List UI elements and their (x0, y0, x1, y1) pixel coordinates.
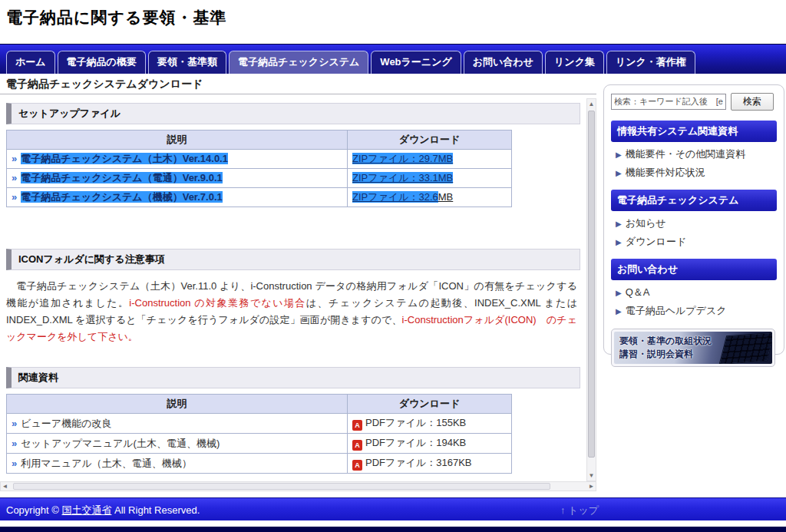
related-link-viewer[interactable]: ビューア機能の改良 (21, 418, 111, 429)
table-row: »ビューア機能の改良 APDFファイル：155KB (7, 414, 512, 434)
table-header-row: 説明 ダウンロード (7, 395, 512, 414)
table-row: »電子納品チェックシステム（電通）Ver.9.0.1 ZIPファイル：33.1M… (7, 169, 512, 188)
sidebar-links: ▶機能要件・その他関連資料 ▶機能要件対応状況 (616, 147, 777, 180)
sidebar-item-download[interactable]: ▶ダウンロード (616, 235, 777, 249)
tab-web-learning[interactable]: Webラーニング (371, 51, 461, 74)
arrow-right-icon: ▶ (616, 220, 622, 228)
chevron-icon: » (12, 418, 17, 429)
table-row: »利用マニュアル（土木、電通、機械） APDFファイル：3167KB (7, 454, 512, 474)
sidebar-item-taiou-joukyou[interactable]: ▶機能要件対応状況 (616, 166, 777, 180)
sidebar: 検索 情報共有システム関連資料 ▶機能要件・その他関連資料 ▶機能要件対応状況 … (603, 84, 784, 355)
sidebar-item-helpdesk[interactable]: ▶電子納品ヘルプデスク (616, 304, 777, 318)
column-header-description: 説明 (7, 395, 348, 414)
arrow-right-icon: ▶ (616, 307, 622, 316)
sidebar-item-kinou-youken[interactable]: ▶機能要件・その他関連資料 (616, 147, 777, 161)
pdf-download-link[interactable]: PDFファイル：194KB (365, 437, 466, 448)
setup-table: 説明 ダウンロード »電子納品チェックシステム（土木）Ver.14.0.1 ZI… (6, 130, 512, 207)
search-input[interactable] (611, 94, 726, 110)
sidebar-item-qa[interactable]: ▶Q＆A (616, 286, 777, 299)
related-link-setup-manual[interactable]: セットアップマニュアル(土木、電通、機械) (21, 438, 220, 449)
setup-link-doboku[interactable]: 電子納品チェックシステム（土木）Ver.14.0.1 (21, 153, 228, 164)
bottom-border-bar (0, 527, 786, 532)
zip-download-link[interactable]: ZIPファイル：29.7MB (352, 153, 453, 164)
pdf-icon: A (352, 460, 362, 471)
keyboard-image (719, 332, 772, 364)
banner-torikumi-link[interactable]: 要領・基準の取組状況 講習・説明会資料 (611, 329, 775, 367)
sidebar-link-label: お知らせ (626, 217, 666, 229)
sidebar-link-label: ダウンロード (626, 236, 687, 247)
sidebar-links: ▶お知らせ ▶ダウンロード (616, 216, 777, 249)
setup-link-dentsu[interactable]: 電子納品チェックシステム（電通）Ver.9.0.1 (21, 172, 223, 183)
banner-text: 要領・基準の取組状況 講習・説明会資料 (619, 335, 712, 362)
pdf-download-link[interactable]: PDFファイル：3167KB (365, 457, 471, 468)
page-title: 電子納品チェックシステムダウンロード (6, 78, 203, 91)
banner-line1: 要領・基準の取組状況 (619, 335, 712, 348)
sidebar-item-oshirase[interactable]: ▶お知らせ (616, 216, 777, 230)
table-header-row: 説明 ダウンロード (7, 131, 512, 150)
chevron-icon: » (12, 458, 17, 469)
tab-overview[interactable]: 電子納品の概要 (58, 51, 146, 74)
sidebar-link-label: 機能要件対応状況 (626, 167, 705, 178)
sidebar-header-joho-kyoyu: 情報共有システム関連資料 (611, 121, 777, 142)
page: 電子納品に関する要領・基準 ホーム 電子納品の概要 要領・基準類 電子納品チェッ… (0, 0, 786, 532)
chevron-icon: » (12, 438, 17, 449)
tab-contact[interactable]: お問い合わせ (464, 51, 543, 74)
banner-line2: 講習・説明会資料 (619, 348, 712, 361)
setup-link-kikai[interactable]: 電子納品チェックシステム（機械）Ver.7.0.1 (21, 191, 223, 203)
arrow-right-icon: ▶ (616, 150, 622, 159)
vertical-scrollbar[interactable]: ▲ ▼ (586, 98, 596, 481)
site-header: 電子納品に関する要領・基準 (0, 0, 786, 44)
icon-note-paragraph: 電子納品チェックシステム（土木）Ver.11.0 より、i-Constructi… (6, 278, 577, 345)
zip-link-unselected-part[interactable]: MB (438, 191, 454, 203)
pdf-icon: A (352, 420, 362, 431)
sidebar-header-check-system: 電子納品チェックシステム (611, 190, 777, 211)
tab-strip: ホーム 電子納品の概要 要領・基準類 電子納品チェックシステム Webラーニング… (6, 51, 695, 74)
zip-download-link[interactable]: ZIPファイル：33.1MB (352, 172, 453, 183)
sidebar-header-contact: お問い合わせ (611, 259, 777, 280)
spacer (0, 207, 586, 243)
pdf-icon: A (352, 440, 362, 451)
footer-bar: Copyright © 国土交通省 All Right Reserved. ↑ … (0, 497, 786, 520)
scroll-up-icon[interactable]: ▲ (587, 99, 596, 109)
chevron-icon: » (12, 153, 17, 164)
section-header-icon-note: ICONフォルダに関する注意事項 (6, 249, 580, 270)
tab-home[interactable]: ホーム (6, 51, 55, 74)
sidebar-links: ▶Q＆A ▶電子納品ヘルプデスク (616, 286, 777, 318)
column-header-description: 説明 (7, 131, 348, 150)
sidebar-link-label: Q＆A (626, 286, 650, 298)
chevron-icon: » (12, 191, 17, 203)
tab-links[interactable]: リンク集 (545, 51, 604, 74)
vertical-scroll-thumb[interactable] (588, 111, 595, 458)
banner-image: 要領・基準の取組状況 講習・説明会資料 (614, 332, 772, 364)
content-frame: セットアップファイル 説明 ダウンロード »電子納品チェックシステム（土木）Ve… (0, 97, 596, 491)
tab-copyright[interactable]: リンク・著作権 (606, 51, 695, 74)
arrow-right-icon: ▶ (616, 238, 622, 246)
note-text-red: i-Construction の対象業務でない場合 (129, 297, 306, 309)
zip-download-link[interactable]: ZIPファイル：32.6 (352, 191, 438, 203)
scroll-right-icon[interactable]: ► (587, 481, 596, 491)
section-header-setup: セットアップファイル (6, 103, 580, 124)
horizontal-scrollbar[interactable]: ◄ ► (0, 481, 596, 491)
tab-standards[interactable]: 要領・基準類 (148, 51, 226, 74)
back-to-top-link[interactable]: ↑ トップ (560, 504, 599, 517)
site-title: 電子納品に関する要領・基準 (6, 7, 226, 28)
scroll-left-icon[interactable]: ◄ (1, 481, 9, 491)
horizontal-scroll-thumb[interactable] (13, 483, 550, 490)
section-header-related: 関連資料 (6, 367, 580, 388)
search-row: 検索 (611, 93, 777, 111)
column-header-download: ダウンロード (348, 395, 512, 414)
content-inner: セットアップファイル 説明 ダウンロード »電子納品チェックシステム（土木）Ve… (0, 97, 586, 481)
main-navbar: ホーム 電子納品の概要 要領・基準類 電子納品チェックシステム Webラーニング… (0, 44, 786, 74)
search-button[interactable]: 検索 (731, 93, 774, 111)
pdf-download-link[interactable]: PDFファイル：155KB (365, 417, 466, 428)
copyright-post: All Right Reserved. (111, 504, 200, 516)
tab-check-system[interactable]: 電子納品チェックシステム (229, 51, 368, 74)
title-divider (0, 94, 596, 94)
related-table: 説明 ダウンロード »ビューア機能の改良 APDFファイル：155KB »セット… (6, 394, 512, 474)
table-row: »電子納品チェックシステム（土木）Ver.14.0.1 ZIPファイル：29.7… (7, 150, 512, 169)
related-link-user-manual[interactable]: 利用マニュアル（土木、電通、機械） (21, 458, 192, 469)
mlit-link[interactable]: 国土交通省 (61, 504, 111, 516)
scroll-down-icon[interactable]: ▼ (587, 471, 596, 481)
chevron-icon: » (12, 172, 17, 183)
arrow-right-icon: ▶ (616, 169, 622, 177)
